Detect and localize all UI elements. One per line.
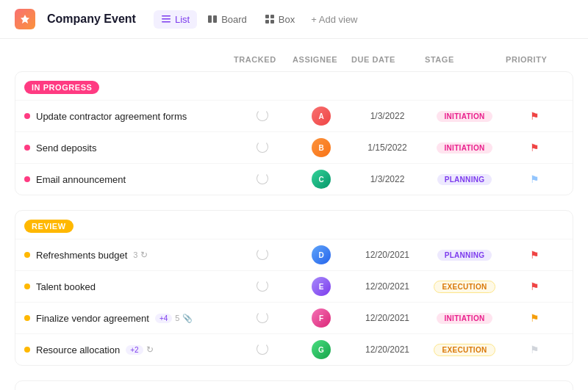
svg-rect-7: [265, 20, 269, 24]
section-label-inprogress: IN PROGRESS: [24, 81, 99, 94]
priority-cell: ⚑: [505, 142, 564, 154]
svg-rect-2: [162, 21, 171, 23]
avatar: B: [312, 138, 331, 157]
task-meta: +2 ↻: [126, 344, 153, 355]
table-row: Update contractor agreement forms A 1/3/…: [15, 100, 573, 131]
priority-flag: ⚑: [530, 281, 539, 292]
app-logo: [15, 9, 35, 29]
col-stage: STAGE: [425, 55, 506, 64]
svg-rect-4: [213, 15, 217, 23]
due-date: 12/20/2021: [351, 281, 424, 292]
tracked-cell: [233, 173, 292, 187]
dot-yellow: [24, 252, 30, 258]
priority-flag: ⚑: [530, 173, 539, 185]
due-date: 1/15/2022: [351, 142, 424, 153]
dot-red: [24, 113, 30, 119]
dot-yellow: [24, 347, 30, 353]
stage-badge: PLANNING: [437, 250, 492, 261]
assignee-cell: F: [292, 308, 351, 328]
section-inprogress: IN PROGRESS Update contractor agreement …: [15, 71, 573, 195]
stage-cell: EXECUTION: [424, 281, 505, 293]
priority-cell: ⚑: [505, 173, 564, 185]
table-row: Resource allocation +2 ↻ G 12/20/2021 EX…: [15, 333, 573, 365]
tracked-cell: [233, 109, 292, 123]
tracked-cell: [233, 343, 292, 357]
col-tracked: TRACKED: [234, 55, 293, 64]
stage-cell: INITIATION: [424, 110, 505, 122]
priority-flag: ⚑: [530, 249, 539, 261]
dot-red: [24, 176, 30, 182]
svg-rect-8: [270, 20, 274, 24]
assignee-cell: E: [292, 277, 351, 296]
priority-cell: ⚑: [505, 110, 564, 122]
avatar: G: [312, 340, 331, 359]
section-label-review: REVIEW: [24, 220, 74, 233]
due-date: 12/20/2021: [351, 313, 424, 323]
stage-cell: INITIATION: [424, 312, 505, 324]
task-name: Refreshments budget 3 ↻: [24, 250, 233, 261]
table-header: TRACKED ASSIGNEE DUE DATE STAGE PRIORITY: [15, 51, 573, 68]
tab-list[interactable]: List: [154, 10, 197, 29]
dot-yellow: [24, 315, 30, 321]
avatar: F: [312, 308, 331, 328]
task-meta: 3 ↻: [133, 250, 148, 260]
stage-cell: EXECUTION: [424, 344, 505, 356]
assignee-cell: D: [292, 245, 351, 264]
header: Company Event List Board Box + Add view: [0, 0, 588, 39]
stage-badge: EXECUTION: [434, 281, 495, 293]
refresh-icon: [257, 311, 268, 323]
svg-rect-3: [208, 15, 212, 23]
stage-badge: PLANNING: [437, 174, 492, 185]
task-name: Talent booked: [24, 281, 233, 292]
due-date: 12/20/2021: [351, 344, 424, 355]
avatar: E: [312, 277, 331, 296]
avatar: D: [312, 245, 331, 264]
view-tabs: List Board Box + Add view: [154, 10, 364, 29]
svg-rect-0: [162, 15, 171, 17]
table-row: Send deposits B 1/15/2022 INITIATION ⚑: [15, 131, 573, 163]
section-review: REVIEW Refreshments budget 3 ↻ D 12/20/2…: [15, 210, 573, 366]
refresh-icon: [257, 109, 268, 121]
assignee-cell: A: [292, 106, 351, 126]
table-row: Talent booked E 12/20/2021 EXECUTION ⚑: [15, 270, 573, 302]
task-name: Finalize vendor agreement +4 5 📎: [24, 313, 233, 324]
priority-flag: ⚑: [530, 142, 539, 154]
stage-cell: PLANNING: [424, 249, 505, 261]
main-content: TRACKED ASSIGNEE DUE DATE STAGE PRIORITY…: [0, 39, 588, 390]
task-name: Resource allocation +2 ↻: [24, 344, 233, 355]
task-name: Email announcement: [24, 174, 233, 185]
table-row: Finalize vendor agreement +4 5 📎 F 12/20…: [15, 302, 573, 333]
section-ready: READY Update website F 12/20/2021 PLANNI…: [15, 380, 573, 390]
due-date: 12/20/2021: [351, 250, 424, 260]
svg-rect-5: [265, 15, 269, 18]
dot-red: [24, 145, 30, 151]
stage-badge: INITIATION: [437, 111, 492, 122]
page-title: Company Event: [47, 12, 136, 26]
add-view-button[interactable]: + Add view: [305, 10, 363, 29]
priority-flag: ⚑: [530, 312, 539, 324]
tab-board[interactable]: Board: [200, 10, 254, 29]
due-date: 1/3/2022: [351, 111, 424, 121]
refresh-icon: [257, 173, 268, 184]
col-duedate: DUE DATE: [351, 55, 425, 64]
priority-flag: ⚑: [530, 344, 539, 355]
assignee-cell: C: [292, 170, 351, 189]
refresh-icon: [257, 248, 268, 260]
assignee-cell: B: [292, 138, 351, 157]
svg-rect-1: [162, 18, 171, 20]
stage-badge: INITIATION: [437, 313, 492, 324]
table-row: Email announcement C 1/3/2022 PLANNING ⚑: [15, 163, 573, 195]
stage-cell: PLANNING: [424, 173, 505, 185]
priority-cell: ⚑: [505, 344, 564, 355]
stage-badge: INITIATION: [437, 142, 492, 154]
tracked-cell: [233, 311, 292, 325]
stage-badge: EXECUTION: [434, 344, 495, 356]
due-date: 1/3/2022: [351, 174, 424, 184]
dot-yellow: [24, 284, 30, 289]
refresh-icon: [257, 343, 268, 355]
avatar: C: [312, 170, 331, 189]
priority-flag: ⚑: [530, 110, 539, 122]
priority-cell: ⚑: [505, 281, 564, 292]
tab-box[interactable]: Box: [257, 10, 302, 29]
attach-icon: 📎: [182, 314, 193, 323]
